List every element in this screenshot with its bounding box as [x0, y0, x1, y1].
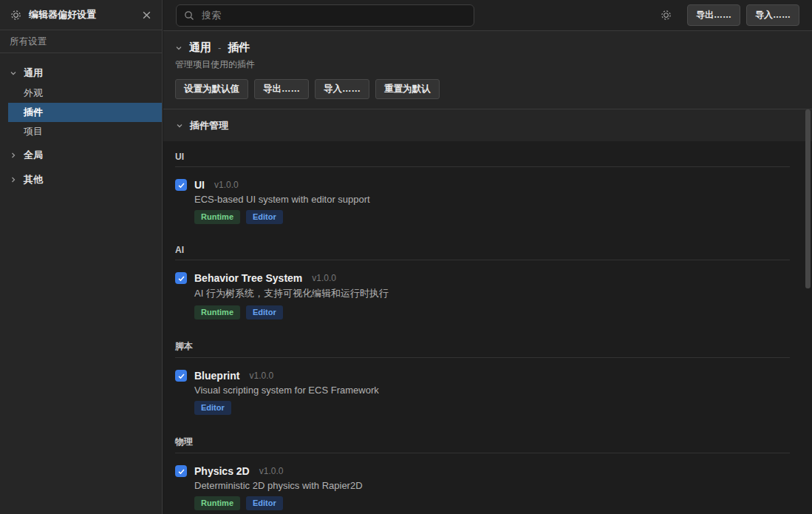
- tag-badge: Editor: [194, 401, 231, 415]
- plugin-tags: RuntimeEditor: [194, 496, 800, 510]
- chevron-right-icon: [10, 176, 17, 183]
- category-label: 物理: [175, 436, 800, 448]
- content-header: 通用 - 插件 管理项目使用的插件 设置为默认值导出……导入……重置为默认: [163, 31, 812, 109]
- sidebar-group-label: 全局: [24, 149, 43, 162]
- import-button[interactable]: 导入……: [746, 4, 799, 26]
- breadcrumb-separator: -: [218, 42, 221, 53]
- sidebar-item[interactable]: 项目: [0, 122, 162, 141]
- search-icon: [184, 10, 194, 21]
- plugin-tags: Editor: [194, 401, 800, 415]
- plugin-version: v1.0.0: [214, 180, 239, 190]
- page-title: 插件: [228, 41, 250, 55]
- sidebar-group[interactable]: 通用: [0, 63, 162, 84]
- window-title: 编辑器偏好设置: [29, 8, 96, 21]
- export-button[interactable]: 导出……: [687, 4, 740, 26]
- plugin-enabled-checkbox[interactable]: [175, 465, 187, 477]
- section-plugin-management[interactable]: 插件管理: [163, 109, 812, 141]
- category-divider: [175, 260, 790, 260]
- plugin-description: AI 行为树系统，支持可视化编辑和运行时执行: [194, 287, 800, 300]
- tag-badge: Editor: [246, 305, 283, 319]
- plugin-item: Behavior Tree Systemv1.0.0AI 行为树系统，支持可视化…: [175, 272, 800, 319]
- gear-icon: [10, 10, 21, 21]
- plugin-description: Deterministic 2D physics with Rapier2D: [194, 480, 800, 491]
- close-icon[interactable]: [142, 10, 151, 20]
- breadcrumb-group: 通用: [189, 41, 211, 55]
- chevron-down-icon: [176, 122, 183, 129]
- tag-badge: Editor: [246, 210, 283, 224]
- section-title: 插件管理: [190, 119, 228, 132]
- tag-badge: Runtime: [194, 210, 240, 224]
- sidebar-group[interactable]: 全局: [0, 145, 162, 166]
- plugin-name: Blueprint: [194, 370, 239, 382]
- plugin-enabled-checkbox[interactable]: [175, 179, 187, 191]
- plugin-version: v1.0.0: [259, 466, 284, 476]
- plugin-version: v1.0.0: [312, 273, 336, 283]
- sidebar-group-label: 通用: [24, 67, 43, 80]
- category-label: UI: [175, 152, 800, 162]
- sidebar-header: 编辑器偏好设置: [0, 0, 162, 30]
- tag-badge: Editor: [246, 496, 283, 510]
- set-default-button[interactable]: 设置为默认值: [175, 79, 248, 99]
- chevron-down-icon[interactable]: [175, 44, 182, 52]
- plugin-enabled-checkbox[interactable]: [175, 272, 187, 284]
- sidebar-nav: 通用外观插件项目全局其他: [0, 53, 162, 190]
- topbar: 导出…… 导入……: [163, 0, 812, 31]
- sidebar: 编辑器偏好设置 所有设置 通用外观插件项目全局其他: [0, 0, 163, 514]
- sidebar-item-all-settings[interactable]: 所有设置: [0, 30, 162, 53]
- plugin-description: Visual scripting system for ECS Framewor…: [194, 385, 800, 396]
- plugin-description: ECS-based UI system with editor support: [194, 194, 800, 205]
- content: 通用 - 插件 管理项目使用的插件 设置为默认值导出……导入……重置为默认 插件…: [163, 31, 812, 514]
- preferences-window: 编辑器偏好设置 所有设置 通用外观插件项目全局其他 导出…… 导入……: [0, 0, 812, 514]
- plugin-tags: RuntimeEditor: [194, 210, 800, 224]
- plugin-list: UIUIv1.0.0ECS-based UI system with edito…: [163, 141, 812, 510]
- sidebar-item[interactable]: 外观: [0, 84, 162, 103]
- reset-default-button[interactable]: 重置为默认: [375, 79, 440, 99]
- sidebar-group-label: 其他: [24, 173, 43, 186]
- plugin-name: UI: [194, 179, 205, 191]
- header-actions: 设置为默认值导出……导入……重置为默认: [175, 79, 800, 99]
- plugin-enabled-checkbox[interactable]: [175, 370, 187, 382]
- chevron-down-icon: [10, 70, 17, 77]
- page-subtitle: 管理项目使用的插件: [175, 58, 800, 71]
- category-divider: [175, 453, 790, 453]
- category-label: AI: [175, 245, 800, 255]
- settings-gear-icon[interactable]: [661, 10, 672, 21]
- import-button[interactable]: 导入……: [315, 79, 369, 99]
- sidebar-item[interactable]: 插件: [8, 103, 162, 122]
- plugin-item: Physics 2Dv1.0.0Deterministic 2D physics…: [175, 465, 800, 510]
- plugin-name: Physics 2D: [194, 465, 250, 477]
- tag-badge: Runtime: [194, 305, 240, 319]
- plugin-item: Blueprintv1.0.0Visual scripting system f…: [175, 370, 800, 415]
- category-divider: [175, 166, 790, 167]
- search-input[interactable]: [200, 9, 466, 21]
- category-divider: [175, 357, 790, 358]
- category-label: 脚本: [175, 340, 800, 353]
- export-button[interactable]: 导出……: [254, 79, 309, 99]
- sidebar-group[interactable]: 其他: [0, 169, 162, 190]
- plugin-version: v1.0.0: [249, 371, 273, 381]
- plugin-item: UIv1.0.0ECS-based UI system with editor …: [175, 179, 800, 224]
- chevron-right-icon: [10, 152, 17, 159]
- plugin-tags: RuntimeEditor: [194, 305, 800, 319]
- scrollbar-thumb[interactable]: [805, 109, 811, 288]
- tag-badge: Runtime: [194, 496, 240, 510]
- search-box[interactable]: [176, 4, 474, 27]
- plugin-name: Behavior Tree System: [194, 272, 302, 284]
